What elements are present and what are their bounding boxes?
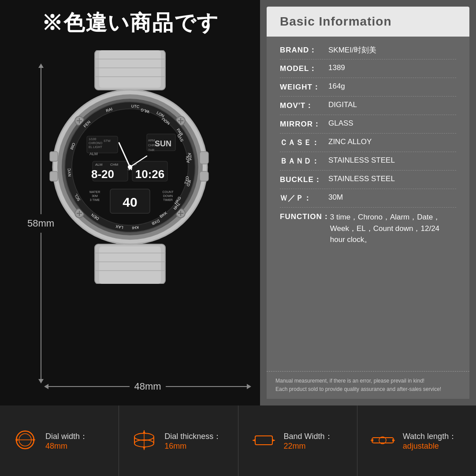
svg-text:EL LIGHT: EL LIGHT	[89, 145, 103, 149]
svg-marker-94	[143, 447, 145, 450]
label-model: MODEL：	[280, 63, 328, 74]
note-line-1: Manual measurement, if there is an error…	[275, 377, 461, 385]
svg-text:TIMER: TIMER	[163, 198, 173, 201]
info-body: BRAND： SKMEI/时刻美 MODEL： 1389 WEIGHT： 164…	[267, 37, 469, 371]
svg-marker-99	[272, 439, 275, 442]
svg-rect-15	[50, 152, 58, 161]
svg-text:COUNT: COUNT	[163, 190, 174, 193]
dim-line-horizontal	[48, 386, 130, 387]
svg-rect-95	[255, 436, 272, 445]
svg-rect-100	[372, 438, 394, 443]
watch-area: 58mm	[0, 41, 260, 405]
svg-text:3 TIME: 3 TIME	[90, 198, 100, 201]
info-row-function: FUNCTION： 3 time，Chrono，Alarm，Date，Week，…	[280, 208, 456, 249]
jp-title: ※色違い商品です	[41, 9, 219, 37]
info-row-weight: WEIGHT： 164g	[280, 78, 456, 97]
info-row-buckle: BUCKLE： STAINLESS STEEL	[280, 171, 456, 189]
info-header-title: Basic Information	[280, 15, 456, 29]
dim-arrow-bottom	[38, 379, 44, 383]
label-case: ＣＡＳＥ：	[280, 138, 328, 148]
dim-line-horizontal-2	[166, 386, 247, 387]
spec-text-band-width: Band Width：22mm	[284, 431, 344, 451]
label-buckle: BUCKLE：	[280, 175, 328, 185]
spec-cell-band-width: Band Width：22mm	[238, 405, 357, 476]
svg-text:10:26: 10:26	[135, 167, 165, 181]
svg-text:ALM: ALM	[89, 152, 98, 156]
svg-rect-1	[99, 50, 161, 88]
info-row-case: ＣＡＳＥ： ZINC ALLOY	[280, 134, 456, 152]
right-panel: Basic Information BRAND： SKMEI/时刻美 MODEL…	[260, 0, 476, 405]
value-wp: 30M	[328, 193, 456, 202]
svg-text:STW: STW	[104, 139, 111, 142]
dial-thickness-icon	[132, 428, 156, 454]
svg-marker-98	[253, 439, 255, 442]
svg-rect-16	[50, 171, 58, 181]
svg-text:CHRONO: CHRONO	[89, 141, 103, 145]
value-function: 3 time，Chrono，Alarm，Date，Week，EL，Count d…	[330, 212, 456, 245]
info-row-movt: MOV'T： DIGITAL	[280, 97, 456, 115]
info-header: Basic Information	[267, 7, 469, 37]
info-row-wp: Ｗ／Ｐ： 30M	[280, 189, 456, 208]
svg-text:30M: 30M	[92, 194, 98, 197]
svg-rect-13	[200, 152, 208, 164]
svg-text:ALM: ALM	[95, 163, 103, 167]
bottom-bar: Dial width：48mm Dial thickness：16mm	[0, 405, 476, 476]
dim-label-horizontal: 48mm	[130, 381, 165, 392]
svg-text:8-20: 8-20	[91, 167, 114, 181]
label-brand: BRAND：	[280, 45, 328, 55]
dial-width-icon	[13, 428, 37, 454]
svg-point-67	[128, 165, 132, 169]
svg-text:SUN: SUN	[155, 139, 171, 148]
spec-text-dial-width: Dial width：48mm	[45, 431, 105, 451]
svg-text:WATER: WATER	[89, 190, 100, 193]
spec-cell-dial-thickness: Dial thickness：16mm	[119, 405, 238, 476]
spec-text-watch-length: Watch length：adjustable	[403, 431, 463, 451]
dim-arrow-left	[44, 384, 48, 389]
label-mirror: MIRROR：	[280, 119, 328, 129]
main-container: ※色違い商品です 58mm	[0, 0, 476, 476]
value-model: 1389	[328, 63, 456, 72]
value-weight: 164g	[328, 82, 456, 91]
info-row-band: ＢＡＮＤ： STAINLESS STEEL	[280, 152, 456, 171]
value-band: STAINLESS STEEL	[328, 156, 456, 165]
value-mirror: GLASS	[328, 119, 456, 128]
watch-length-icon	[371, 428, 395, 454]
svg-text:UTC: UTC	[131, 104, 140, 109]
label-function: FUNCTION：	[280, 212, 330, 222]
info-row-mirror: MIRROR： GLASS	[280, 115, 456, 134]
svg-text:ARM: ARM	[148, 139, 155, 142]
info-row-brand: BRAND： SKMEI/时刻美	[280, 41, 456, 60]
dim-arrow-right	[247, 384, 251, 389]
svg-rect-14	[200, 171, 208, 181]
label-weight: WEIGHT：	[280, 82, 328, 92]
value-movt: DIGITAL	[328, 100, 456, 109]
value-case: ZINC ALLOY	[328, 138, 456, 146]
svg-text:40: 40	[123, 195, 137, 209]
label-band: ＢＡＮＤ：	[280, 156, 328, 166]
svg-text:DOWN: DOWN	[163, 194, 173, 197]
value-brand: SKMEI/时刻美	[328, 45, 456, 55]
horizontal-dimension: 48mm	[44, 381, 251, 392]
svg-text:KHI: KHI	[132, 225, 139, 230]
spec-cell-watch-length: Watch length：adjustable	[357, 405, 476, 476]
svg-text:CHM: CHM	[110, 163, 119, 167]
info-row-model: MODEL： 1389	[280, 60, 456, 78]
svg-text:THR: THR	[148, 149, 154, 152]
label-movt: MOV'T：	[280, 100, 328, 111]
note-line-2: Each product sold to provide quality ass…	[275, 385, 461, 394]
spec-cell-dial-width: Dial width：48mm	[0, 405, 119, 476]
spec-text-dial-thickness: Dial thickness：16mm	[164, 431, 224, 451]
label-wp: Ｗ／Ｐ：	[280, 193, 328, 203]
svg-text:NYC: NYC	[67, 168, 72, 177]
svg-text:1/100: 1/100	[89, 138, 97, 141]
info-note: Manual measurement, if there is an error…	[267, 371, 469, 399]
svg-marker-93	[143, 430, 145, 433]
value-buckle: STAINLESS STEEL	[328, 175, 456, 183]
band-width-icon	[252, 428, 276, 454]
top-section: ※色違い商品です 58mm	[0, 0, 476, 405]
watch-image: FEN RAI UTC LON PAR ATH JED RIO NYC SCL …	[37, 50, 223, 286]
svg-rect-6	[99, 246, 161, 284]
left-panel: ※色違い商品です 58mm	[0, 0, 260, 405]
